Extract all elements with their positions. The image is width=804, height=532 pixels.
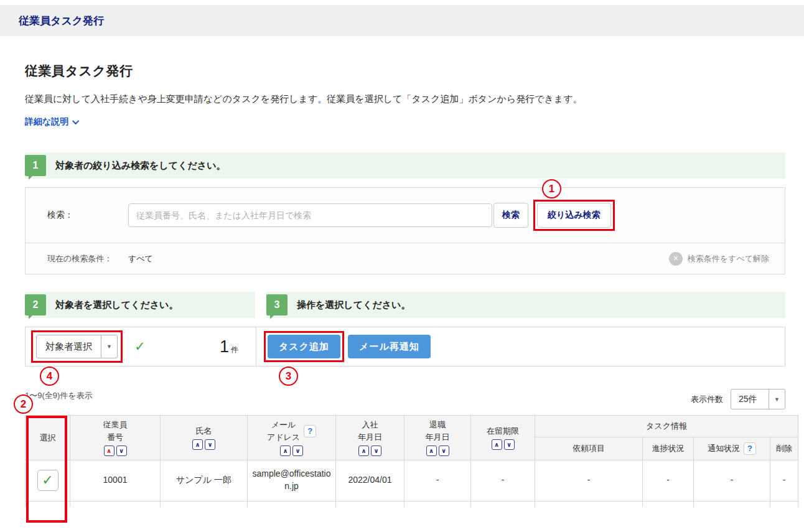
step2-badge: 2	[25, 294, 46, 315]
sort-asc-button[interactable]: ∧	[192, 439, 203, 450]
selected-count: 1 件	[220, 337, 238, 357]
cell-delete: -	[770, 460, 798, 501]
selected-count-unit: 件	[231, 345, 238, 355]
sort-desc-button[interactable]: ∨	[439, 446, 449, 456]
selected-check-icon: ✓	[134, 339, 146, 354]
cell-progress: -	[643, 460, 694, 501]
step1-text: 対象者の絞り込み検索をしてください。	[55, 160, 226, 172]
current-condition-label: 現在の検索条件：	[47, 253, 128, 264]
cell-hire-date: 2022/04/01	[336, 460, 404, 501]
col-header-residence-limit: 在留期限 ∧ ∨	[471, 416, 535, 460]
col-header-retire-date-line1: 退職	[406, 419, 469, 431]
filter-search-button[interactable]: 絞り込み検索	[537, 203, 611, 228]
col-header-employee-number-line2: 番号	[72, 431, 159, 444]
dropdown-arrow-icon: ▼	[101, 335, 117, 358]
col-header-email-flex: メール アドレス ?	[249, 419, 334, 443]
selection-panel: 対象者選択 ▼ 4 ✓ 1 件 タスク追加 3 メール再通知	[25, 327, 785, 366]
clear-circle-icon: ✕	[669, 252, 683, 266]
sort-desc-button[interactable]: ∨	[504, 439, 515, 450]
table-row: ✓ 10001 サンプル 一郎 sample@officestation.jp …	[26, 460, 798, 501]
col-header-email-line1: メール	[267, 419, 300, 431]
selection-right: タスク追加 3 メール再通知	[256, 327, 785, 366]
search-button[interactable]: 検索	[493, 203, 528, 228]
annotation-circle-2: 2	[14, 394, 33, 414]
col-header-progress: 進捗状況	[643, 437, 694, 460]
result-range-text: 1〜9(全9)件を表示	[25, 389, 93, 401]
chevron-down-icon	[72, 118, 79, 124]
target-select-dropdown[interactable]: 対象者選択 ▼	[36, 335, 118, 358]
add-task-wrap: タスク追加 3	[268, 335, 340, 358]
per-page-label: 表示件数	[691, 394, 723, 405]
cell-name: サンプル 一郎	[161, 460, 248, 501]
col-header-name: 氏名 ∧ ∨	[161, 416, 248, 460]
cell-select: ✓	[26, 460, 70, 501]
page-title: 従業員タスク発行	[25, 62, 785, 80]
col-header-notify-label: 通知状況	[708, 442, 740, 455]
col-header-notify-flex: 通知状況 ?	[695, 442, 769, 455]
step1-banner: 1 対象者の絞り込み検索をしてください。	[25, 152, 785, 179]
step2-banner: 2 対象者を選択してください。	[25, 292, 255, 318]
detail-description-link[interactable]: 詳細な説明	[25, 116, 79, 128]
per-page-group: 表示件数 25件 ▼	[691, 389, 785, 409]
cell-notify: -	[694, 460, 770, 501]
col-header-retire-date-line2: 年月日	[406, 431, 469, 444]
filter-search-wrap: 絞り込み検索 1	[537, 203, 611, 228]
annotation-circle-1: 1	[542, 179, 561, 198]
clear-conditions-button[interactable]: ✕ 検索条件をすべて解除	[669, 252, 769, 266]
col-header-name-label: 氏名	[162, 425, 246, 437]
step3-text: 操作を選択してください。	[297, 299, 410, 311]
help-icon[interactable]: ?	[304, 425, 316, 437]
col-header-email-line2: アドレス	[267, 431, 300, 444]
annotation-circle-4: 4	[40, 366, 59, 386]
app-header-title: 従業員タスク発行	[19, 14, 104, 28]
annotation-circle-3: 3	[279, 366, 298, 386]
sort-desc-button[interactable]: ∨	[205, 439, 215, 450]
step3-banner: 3 操作を選択してください。	[266, 292, 785, 318]
resend-mail-button[interactable]: メール再通知	[348, 335, 431, 358]
clear-conditions-label: 検索条件をすべて解除	[688, 253, 769, 264]
per-page-dropdown[interactable]: 25件 ▼	[731, 389, 785, 409]
col-header-employee-number: 従業員 番号 ∧ ∨	[70, 416, 161, 460]
sort-buttons-residence-limit: ∧ ∨	[492, 439, 515, 450]
selected-count-value: 1	[220, 337, 229, 357]
col-header-hire-date: 入社 年月日 ∧ ∨	[336, 416, 404, 460]
cell-email: sample@officestation.jp	[248, 460, 336, 501]
sort-buttons-email: ∧ ∨	[280, 446, 303, 456]
sort-asc-button[interactable]: ∧	[104, 446, 115, 456]
current-conditions-row: 現在の検索条件： すべて ✕ 検索条件をすべて解除	[26, 243, 785, 274]
col-header-task-info: タスク情報	[535, 416, 798, 437]
app-header: 従業員タスク発行	[0, 5, 804, 36]
step3-badge: 3	[266, 294, 287, 315]
col-header-hire-date-line2: 年月日	[337, 431, 403, 444]
col-header-hire-date-line1: 入社	[337, 419, 403, 431]
sort-asc-button[interactable]: ∧	[492, 439, 502, 450]
dropdown-arrow-icon: ▼	[769, 390, 785, 409]
cell-residence-limit: -	[471, 460, 535, 501]
search-label: 検索：	[47, 210, 128, 221]
search-input[interactable]	[128, 203, 492, 227]
sort-asc-button[interactable]: ∧	[426, 446, 437, 456]
checkbox-check-icon: ✓	[42, 471, 53, 490]
row-checkbox[interactable]: ✓	[37, 470, 58, 491]
list-meta-row: 1〜9(全9)件を表示 2 表示件数 25件 ▼	[25, 389, 785, 414]
col-header-retire-date: 退職 年月日 ∧ ∨	[404, 416, 471, 460]
employee-table: 選択 従業員 番号 ∧ ∨ 氏名 ∧ ∨	[25, 415, 798, 507]
cell-employee-number: 10001	[70, 460, 161, 501]
header-row-1: 選択 従業員 番号 ∧ ∨ 氏名 ∧ ∨	[26, 416, 798, 437]
sort-asc-button[interactable]: ∧	[358, 446, 369, 456]
sort-desc-button[interactable]: ∨	[292, 446, 303, 456]
col-header-select: 選択	[26, 416, 70, 460]
sort-desc-button[interactable]: ∨	[371, 446, 381, 456]
sort-buttons-name: ∧ ∨	[192, 439, 215, 450]
sort-asc-button[interactable]: ∧	[280, 446, 291, 456]
sort-desc-button[interactable]: ∨	[116, 446, 127, 456]
col-header-employee-number-line1: 従業員	[72, 419, 159, 431]
add-task-button[interactable]: タスク追加	[268, 335, 340, 358]
target-select-label: 対象者選択	[37, 335, 101, 358]
employee-table-wrap: 選択 従業員 番号 ∧ ∨ 氏名 ∧ ∨	[25, 415, 785, 507]
step2-text: 対象者を選択してください。	[55, 299, 178, 311]
col-header-residence-limit-label: 在留期限	[472, 425, 533, 437]
table-row-partial	[26, 501, 798, 507]
help-icon[interactable]: ?	[744, 442, 756, 455]
cell-retire-date: -	[404, 460, 471, 501]
